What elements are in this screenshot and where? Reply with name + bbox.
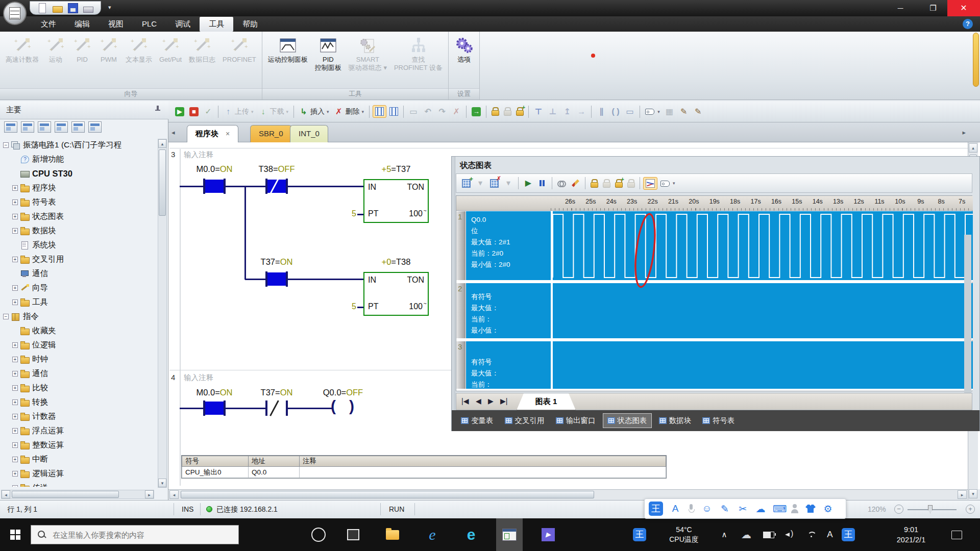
tree-item-中断[interactable]: +中断 [0, 452, 157, 466]
expander-plus-icon[interactable]: + [12, 414, 18, 419]
row-trend-cell[interactable] [552, 341, 973, 389]
ime-scissors-icon[interactable]: ✂ [737, 503, 748, 515]
chart-read-button[interactable]: ▶ [522, 177, 535, 189]
write-values-button[interactable] [569, 178, 582, 189]
panel-splitter[interactable] [452, 157, 455, 431]
menu-item-文件[interactable]: 文件 [32, 16, 65, 32]
tree-item-浮点运算[interactable]: +浮点运算 [0, 423, 157, 438]
action-center-icon[interactable] [945, 518, 968, 551]
symbol-row[interactable]: CPU_输出0Q0.0 [182, 467, 666, 478]
tab-int0[interactable]: INT_0 [290, 125, 328, 142]
minimize-button[interactable]: ─ [886, 0, 915, 16]
symbol-col-地址[interactable]: 地址 [249, 456, 300, 467]
row-trend-cell[interactable] [552, 283, 973, 338]
scroll-down-icon[interactable]: ▾ [969, 489, 977, 498]
addressing-tag-button[interactable]: ▾ [658, 178, 677, 189]
tray-cloud-icon[interactable]: ☁ [737, 518, 755, 551]
tree-item-计数器[interactable]: +计数器 [0, 409, 157, 423]
tree-item-收藏夹[interactable]: 收藏夹 [0, 323, 157, 338]
ribbon-motion-control-panel-button[interactable]: 运动控制面板 [264, 34, 311, 65]
delete-button[interactable]: ✗删除▾ [332, 106, 366, 118]
tree-item-指令[interactable]: −指令 [0, 309, 157, 323]
edit-symbols-button[interactable]: ✎ [677, 106, 691, 118]
chart-row-2[interactable]: 2有符号最大值：当前：最小值： [456, 283, 973, 340]
scroll-thumb[interactable] [159, 149, 166, 216]
unforce-button[interactable] [502, 106, 513, 117]
tree-item-新增功能[interactable]: 新增功能 [0, 152, 157, 166]
row-operand-cell[interactable]: 有符号最大值：当前：最小值： [466, 283, 551, 338]
scroll-left-icon[interactable]: ◂ [2, 490, 10, 498]
ime-emoji-icon[interactable]: ☺ [701, 503, 713, 514]
pin-icon[interactable] [154, 106, 161, 113]
tree-item-整数运算[interactable]: +整数运算 [0, 438, 157, 452]
zoom-out-icon[interactable]: − [894, 505, 903, 514]
zoom-in-icon[interactable]: + [966, 505, 975, 514]
tab-sbr0[interactable]: SBR_0 [250, 125, 292, 142]
tabs-scroll-right-icon[interactable]: ▸ [962, 129, 966, 136]
expander-plus-icon[interactable]: + [12, 442, 18, 448]
cortana-button[interactable] [305, 518, 332, 551]
tree-item-数据块[interactable]: +数据块 [0, 223, 157, 238]
view-overview-icon[interactable] [4, 121, 17, 133]
dock-tab-数据块[interactable]: 数据块 [655, 414, 696, 428]
view-table-icon[interactable] [21, 121, 34, 133]
expander-plus-icon[interactable]: + [12, 299, 18, 305]
tree-item-位逻辑[interactable]: +位逻辑 [0, 338, 157, 352]
view-grid-icon[interactable] [55, 121, 68, 133]
stop-button[interactable]: ■ [187, 106, 201, 118]
dock-tab-符号表[interactable]: 符号表 [698, 414, 739, 428]
save-icon[interactable] [68, 3, 78, 13]
taskbar-clock[interactable]: 9:01 2021/2/1 [883, 518, 939, 551]
tree-item-工具[interactable]: +工具 [0, 295, 157, 309]
expander-plus-icon[interactable]: + [12, 457, 18, 462]
pou-ladder-view-button[interactable] [373, 105, 386, 118]
insert-button[interactable]: ↳插入▾ [297, 106, 331, 118]
dock-tab-输出窗口[interactable]: 输出窗口 [552, 414, 600, 428]
tree-item-符号表[interactable]: +符号表 [0, 195, 157, 209]
movies-tv-icon[interactable]: ▶ [535, 518, 561, 551]
last-chart-icon[interactable]: ▶| [500, 397, 507, 405]
scroll-thumb[interactable] [12, 491, 119, 498]
scroll-right-icon[interactable]: ▸ [145, 490, 154, 498]
unforce-value-button[interactable] [601, 178, 612, 189]
taskbar-search-box[interactable] [31, 525, 239, 544]
menu-item-编辑[interactable]: 编辑 [65, 16, 99, 32]
expander-plus-icon[interactable]: + [12, 385, 18, 391]
new-file-icon[interactable] [39, 3, 46, 13]
program-status-button[interactable]: → [470, 106, 483, 118]
first-chart-icon[interactable]: |◀ [461, 397, 469, 405]
menu-item-视图[interactable]: 视图 [99, 16, 133, 32]
start-button[interactable] [0, 518, 31, 551]
dock-tab-状态图表[interactable]: 状态图表 [603, 413, 652, 428]
run-button[interactable]: ▶ [173, 106, 186, 118]
tree-item-时钟[interactable]: +时钟 [0, 352, 157, 366]
task-view-button[interactable] [341, 518, 365, 551]
tree-item-CPU ST30[interactable]: CPU ST30 [0, 166, 157, 181]
tab-program-block[interactable]: 程序块× [187, 125, 238, 142]
dock-tab-变量表[interactable]: 变量表 [457, 414, 498, 428]
tree-item-比较[interactable]: +比较 [0, 381, 157, 395]
menu-item-帮助[interactable]: 帮助 [233, 16, 267, 32]
ribbon-options-button[interactable]: 选项 [451, 34, 477, 65]
expander-plus-icon[interactable]: + [12, 428, 18, 434]
ime-skin-icon[interactable] [805, 505, 816, 513]
force-add-value-button[interactable]: + [613, 178, 624, 189]
prev-chart-icon[interactable]: ◀ [476, 397, 481, 405]
restore-button[interactable]: ❐ [919, 0, 947, 16]
symbol-col-注释[interactable]: 注释 [300, 456, 666, 467]
menu-item-调试[interactable]: 调试 [166, 16, 200, 32]
menu-item-工具[interactable]: 工具 [200, 17, 233, 32]
view-split-icon[interactable] [71, 121, 85, 133]
tray-ime-mode-icon[interactable]: A [822, 518, 838, 551]
scroll-down-icon[interactable]: ▾ [158, 479, 166, 487]
unforce-all-button[interactable] [625, 178, 636, 189]
addressing-tag-button[interactable]: ▾ [643, 106, 662, 117]
tree-item-逻辑运算[interactable]: +逻辑运算 [0, 466, 157, 481]
tree-vertical-scrollbar[interactable]: ▴ ▾ [158, 139, 167, 488]
close-tab-icon[interactable]: × [226, 130, 230, 138]
scroll-up-icon[interactable]: ▴ [158, 139, 166, 148]
print-icon[interactable] [83, 7, 93, 13]
ime-pen-icon[interactable]: ✎ [719, 503, 730, 515]
expander-plus-icon[interactable]: + [12, 228, 18, 234]
file-explorer-icon[interactable] [380, 518, 405, 551]
